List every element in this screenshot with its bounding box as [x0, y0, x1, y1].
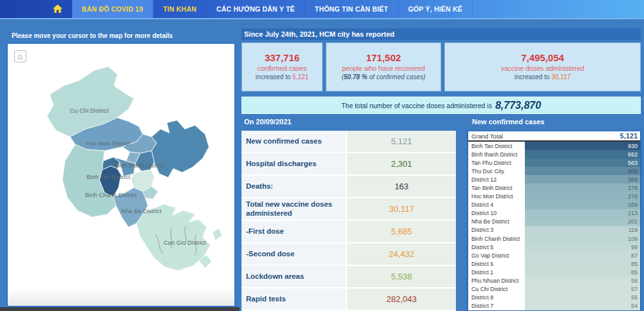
daily-row-6: -Second dose24,432: [242, 243, 456, 265]
district-row-18[interactable]: Cu Chi District57: [468, 285, 640, 294]
district-value-bar: 563: [525, 158, 640, 167]
map-bottom-fade: [8, 288, 234, 306]
district-value-bar: 57: [525, 285, 640, 294]
district-value-bar: 54: [525, 302, 640, 310]
district-row-13[interactable]: District 599: [468, 243, 640, 251]
district-value-bar: 119: [525, 226, 640, 234]
district-row-7[interactable]: Hoc Mon District276: [468, 193, 640, 201]
daily-row-value: 5,538: [347, 266, 456, 287]
daily-row-value: 163: [347, 176, 456, 197]
district-value-bar: 279: [525, 184, 640, 192]
daily-row-label: Rapid tests: [242, 288, 346, 310]
vaccine-doses-value: 7,495,054: [521, 52, 564, 64]
vaccine-total-value: 8,773,870: [495, 100, 541, 111]
district-name: Binh Chanh District: [468, 234, 525, 243]
confirmed-cases-sub: increased to 5,121: [256, 73, 308, 82]
district-name: District 8: [468, 294, 525, 302]
recovered-sub: (50.78 % of confirmed cases): [341, 73, 425, 82]
district-row-16[interactable]: District 185: [468, 268, 640, 276]
stat-box-recovered: 171,502 people who have recovered (50.78…: [326, 42, 441, 91]
nav-item-2[interactable]: TIN KHẨN: [153, 0, 207, 18]
district-value-bar: 930: [525, 142, 640, 150]
district-value-bar: 652: [525, 150, 640, 158]
district-name: District 7: [468, 302, 525, 310]
district-row-6[interactable]: Tan Binh District279: [468, 184, 640, 192]
confirmed-cases-value: 337,716: [265, 52, 299, 64]
district-value-bar: 269: [525, 201, 640, 209]
daily-table-title: On 20/09/2021: [244, 118, 291, 126]
district-value-bar: 99: [525, 243, 640, 251]
district-row-3[interactable]: Tan Phu District563: [468, 158, 640, 167]
map-label: Hoc Mon District: [86, 140, 131, 147]
district-row-20[interactable]: District 754: [468, 302, 640, 310]
district-row-8[interactable]: District 4269: [468, 201, 640, 209]
district-name: District 4: [468, 201, 525, 209]
district-value-bar: 85: [525, 259, 640, 268]
district-name: Nha Be District: [468, 218, 525, 226]
district-map[interactable]: Cu Chi DistrictHoc Mon DistrictBinh than…: [6, 42, 236, 307]
district-name: District 1: [468, 268, 525, 276]
district-name: Go Vap District: [468, 251, 525, 259]
daily-row-2: Hospital discharges2,301: [242, 153, 456, 174]
nav-item-5[interactable]: GÓP Ý, HIẾN KẾ: [399, 0, 473, 18]
district-row-17[interactable]: Phu Nhuan District58: [468, 277, 640, 285]
district-row-11[interactable]: District 3119: [468, 226, 640, 234]
district-name: Hoc Mon District: [468, 193, 525, 201]
district-value-bar: 469: [525, 167, 640, 175]
district-row-19[interactable]: District 855: [468, 294, 640, 302]
district-row-9[interactable]: District 10213: [468, 209, 640, 218]
district-name: Tan Binh District: [468, 184, 525, 192]
district-list-title: New confirmed cases: [472, 118, 545, 126]
district-name: Tan Phu District: [468, 158, 525, 167]
grand-total-label: Grand Total: [468, 133, 525, 140]
district-name: District 5: [468, 243, 525, 251]
vaccine-total-band: The total number of vaccine doses admini…: [242, 97, 641, 114]
map-label: Cu Chi District: [70, 107, 109, 114]
district-name: Binh thanh District: [468, 150, 525, 158]
daily-row-value: 5,685: [347, 221, 456, 242]
district-row-12[interactable]: Binh Chanh District109: [468, 234, 640, 243]
grand-total-value: 5,121: [525, 132, 640, 140]
district-row-14[interactable]: Go Vap District87: [468, 251, 640, 259]
district-row-5[interactable]: District 12389: [468, 175, 640, 184]
home-icon: [53, 5, 62, 14]
district-value-bar: 87: [525, 251, 640, 259]
district-row-2[interactable]: Binh thanh District652: [468, 150, 640, 158]
nav-item-4[interactable]: THÔNG TIN CẦN BIẾT: [305, 0, 399, 18]
district-value-bar: 85: [525, 268, 640, 276]
window-bottom-edge: [0, 307, 240, 311]
district-value-bar: 55: [525, 294, 640, 302]
map-district-thu-duc[interactable]: [151, 120, 209, 178]
daily-row-label: Total new vaccine doses administered: [242, 198, 346, 220]
hcm-choropleth-map[interactable]: Cu Chi DistrictHoc Mon DistrictBinh than…: [8, 44, 234, 305]
map-label: Can Gio District: [164, 239, 206, 246]
daily-row-value: 282,043: [347, 288, 456, 310]
daily-row-label: Deaths:: [242, 176, 346, 197]
district-row-10[interactable]: Nha Be District201: [468, 218, 640, 226]
map-hint-text: Please move your cursor to the map for m…: [5, 28, 237, 42]
confirmed-cases-label: confirmed cases: [258, 64, 307, 73]
home-button[interactable]: [43, 0, 72, 18]
district-name: Thu Duc City: [468, 167, 525, 175]
daily-row-1: New confirmed cases5,121: [242, 131, 456, 152]
daily-row-value: 5,121: [347, 131, 456, 152]
vaccine-doses-label: vaccine doses administered: [501, 64, 585, 73]
nav-item-3[interactable]: CÁC HƯỚNG DẪN Y TẾ: [207, 0, 305, 18]
daily-row-label: New confirmed cases: [242, 131, 346, 152]
daily-row-value: 30,117: [347, 198, 456, 220]
nav-item-1[interactable]: BẢN ĐỒ COVID 19: [72, 0, 153, 18]
daily-row-label: -First dose: [242, 221, 346, 242]
grand-total-row[interactable]: Grand Total 5,121: [468, 131, 640, 142]
map-panel: Please move your cursor to the map for m…: [5, 28, 237, 307]
map-island-2[interactable]: [213, 229, 222, 240]
map-home-button[interactable]: ⌂: [14, 50, 26, 62]
daily-row-7: Lockdown areas5,538: [242, 266, 456, 287]
district-row-15[interactable]: District 685: [468, 259, 640, 268]
map-label: Nha Be District: [121, 207, 162, 214]
district-value-bar: 58: [525, 277, 640, 285]
district-row-1[interactable]: Binh Tan District930: [468, 142, 640, 150]
district-name: District 6: [468, 259, 525, 268]
map-label: Binh thanh District: [115, 162, 164, 169]
district-row-4[interactable]: Thu Duc City469: [468, 167, 640, 175]
daily-row-8: Rapid tests282,043: [242, 288, 456, 310]
